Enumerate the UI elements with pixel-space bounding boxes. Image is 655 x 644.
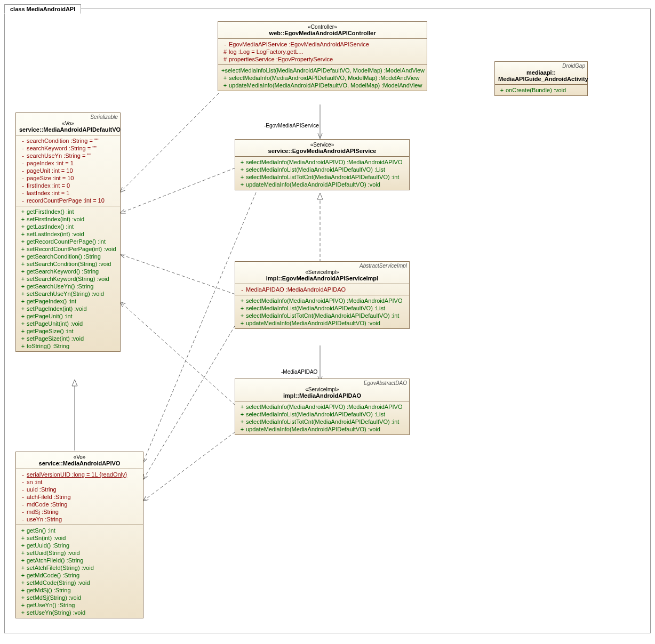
member-row: +updateMediaInfo(MediaAndroidAPIDefaultV… <box>238 181 406 188</box>
class-service: «Service» service::EgovMediaAndroidAPISe… <box>235 139 410 190</box>
member-row: -sn :int <box>19 478 140 486</box>
stereotype: «Service» <box>238 142 406 148</box>
member-row: -EgovMediaAPIService :EgovMediaAndroidAP… <box>221 41 424 48</box>
stereotype: «ServiceImpl» <box>238 387 406 392</box>
stereotype: «Controller» <box>221 24 424 30</box>
member-row: +updateMediaInfo(MediaAndroidAPIDefaultV… <box>238 425 406 433</box>
class-name: web::EgovMediaAndroidAPIController <box>221 30 424 36</box>
member-row: +setAtchFileId(String) :void <box>19 564 140 571</box>
member-row: +setPageIndex(int) :void <box>19 305 117 312</box>
class-dao: EgovAbstractDAO «ServiceImpl» impl::Medi… <box>235 379 410 435</box>
member-row: +getLastIndex() :int <box>19 223 117 230</box>
member-row: +setSearchUseYn(String) :void <box>19 290 117 297</box>
member-row: -firstIndex :int = 0 <box>19 182 117 189</box>
class-tag: EgovAbstractDAO <box>364 380 407 386</box>
label-mediaapidao: -MediaAPIDAO <box>281 369 317 375</box>
member-row: -uuid :String <box>19 486 140 493</box>
class-name: impl::MediaAndroidAPIDAO <box>238 392 406 399</box>
member-row: +selectMediaInfoList(MediaAndroidAPIDefa… <box>238 304 406 312</box>
member-row: -searchUseYn :String = "" <box>19 152 117 159</box>
member-row: +onCreate(Bundle) :void <box>498 86 584 94</box>
member-row: +setUseYn(String) :void <box>19 609 140 616</box>
member-row: +getSearchCondition() :String <box>19 253 117 260</box>
member-row: +getFirstIndex() :int <box>19 208 117 215</box>
member-row: +getUuid() :String <box>19 542 140 549</box>
stereotype: «Vo» <box>19 454 140 460</box>
stereotype: «ServiceImpl» <box>238 269 406 275</box>
class-name: service::EgovMediaAndroidAPIService <box>238 148 406 154</box>
member-row: +setPageUnit(int) :void <box>19 320 117 327</box>
member-row: +selectMediaInfo(MediaAndroidAPIVO) :Med… <box>238 158 406 166</box>
member-row: +setSearchCondition(String) :void <box>19 260 117 268</box>
member-row: +getRecordCountPerPage() :int <box>19 238 117 245</box>
member-row: +getSn() :int <box>19 527 140 534</box>
member-row: -MediaAPIDAO :MediaAndroidAPIDAO <box>238 286 406 293</box>
class-apivo: «Vo» service::MediaAndroidAPIVO -serialV… <box>15 452 143 618</box>
class-name: MediaAPIGuide_AndroidActivity <box>498 76 588 82</box>
member-row: +getSearchUseYn() :String <box>19 283 117 290</box>
member-row: +selectMediaInfoListTotCnt(MediaAndroidA… <box>238 173 406 181</box>
member-row: +selectMediaInfo(MediaAndroidAPIDefaultV… <box>221 74 424 82</box>
member-row: +setRecordCountPerPage(int) :void <box>19 245 117 253</box>
class-tag: Serializable <box>90 114 118 120</box>
member-row: +setMdCode(String) :void <box>19 579 140 586</box>
member-row: -atchFileId :String <box>19 493 140 501</box>
class-droidgap: DroidGap mediaapi::MediaAPIGuide_Android… <box>494 61 588 96</box>
member-row: -lastIndex :int = 1 <box>19 189 117 197</box>
member-row: +selectMediaInfoListTotCnt(MediaAndroidA… <box>238 312 406 319</box>
member-row: +updateMediaInfo(MediaAndroidAPIDefaultV… <box>238 319 406 327</box>
member-row: #propertiesService :EgovPropertyService <box>221 55 424 63</box>
member-row: +selectMediaInfoListTotCnt(MediaAndroidA… <box>238 418 406 425</box>
class-name-pkg: mediaapi:: <box>526 69 556 76</box>
class-tag: AbstractServiceImpl <box>360 263 407 269</box>
member-row: +getPageIndex() :int <box>19 297 117 305</box>
class-name: impl::EgovMediaAndroidAPIServiceImpl <box>238 275 406 281</box>
member-row: +getPageSize() :int <box>19 327 117 335</box>
member-row: +selectMediaInfo(MediaAndroidAPIVO) :Med… <box>238 297 406 304</box>
member-row: -pageSize :int = 10 <box>19 174 117 182</box>
stereotype: «Vo» <box>19 120 117 126</box>
member-row: +setPageSize(int) :void <box>19 335 117 342</box>
member-row: -mdCode :String <box>19 501 140 508</box>
member-row: +getSearchKeyword() :String <box>19 268 117 275</box>
member-row: +selectMediaInfoList(MediaAndroidAPIDefa… <box>221 67 424 74</box>
member-row: +getAtchFileId() :String <box>19 557 140 564</box>
class-name: service::MediaAndroidAPIDefaultVO <box>19 126 117 133</box>
label-egovmediaapiservice: -EgovMediaAPIService <box>264 123 319 128</box>
member-row: -serialVersionUID :long = 1L {readOnly} <box>19 471 140 478</box>
member-row: -recordCountPerPage :int = 10 <box>19 197 117 204</box>
uml-diagram: class MediaAndroidAPI «Controller» <box>0 0 655 644</box>
member-row: +selectMediaInfo(MediaAndroidAPIVO) :Med… <box>238 403 406 410</box>
member-row: +selectMediaInfoList(MediaAndroidAPIDefa… <box>238 410 406 418</box>
member-row: -useYn :String <box>19 516 140 523</box>
member-row: -pageUnit :int = 10 <box>19 167 117 174</box>
class-controller: «Controller» web::EgovMediaAndroidAPICon… <box>218 21 427 91</box>
class-tag: DroidGap <box>562 63 585 69</box>
member-row: +selectMediaInfoList(MediaAndroidAPIDefa… <box>238 166 406 173</box>
class-name: service::MediaAndroidAPIVO <box>19 460 140 466</box>
member-row: +toString() :String <box>19 342 117 350</box>
class-defaultvo: Serializable «Vo» service::MediaAndroidA… <box>15 112 121 352</box>
member-row: -mdSj :String <box>19 508 140 516</box>
member-row: +getUseYn() :String <box>19 601 140 609</box>
member-row: +setMdSj(String) :void <box>19 594 140 601</box>
member-row: +setUuid(String) :void <box>19 549 140 557</box>
member-row: #log :Log = LogFactory.getL... <box>221 48 424 55</box>
member-row: +getPageUnit() :int <box>19 312 117 320</box>
frame-title: class MediaAndroidAPI <box>4 4 81 14</box>
member-row: +getMdSj() :String <box>19 586 140 594</box>
member-row: +setFirstIndex(int) :void <box>19 215 117 223</box>
member-row: +setSearchKeyword(String) :void <box>19 275 117 283</box>
member-row: +getMdCode() :String <box>19 571 140 579</box>
member-row: +updateMediaInfo(MediaAndroidAPIDefaultV… <box>221 82 424 89</box>
member-row: -searchCondition :String = "" <box>19 137 117 144</box>
member-row: +setLastIndex(int) :void <box>19 230 117 238</box>
member-row: -pageIndex :int = 1 <box>19 159 117 167</box>
member-row: +setSn(int) :void <box>19 534 140 542</box>
class-serviceimpl: AbstractServiceImpl «ServiceImpl» impl::… <box>235 261 410 329</box>
member-row: -searchKeyword :String = "" <box>19 144 117 152</box>
